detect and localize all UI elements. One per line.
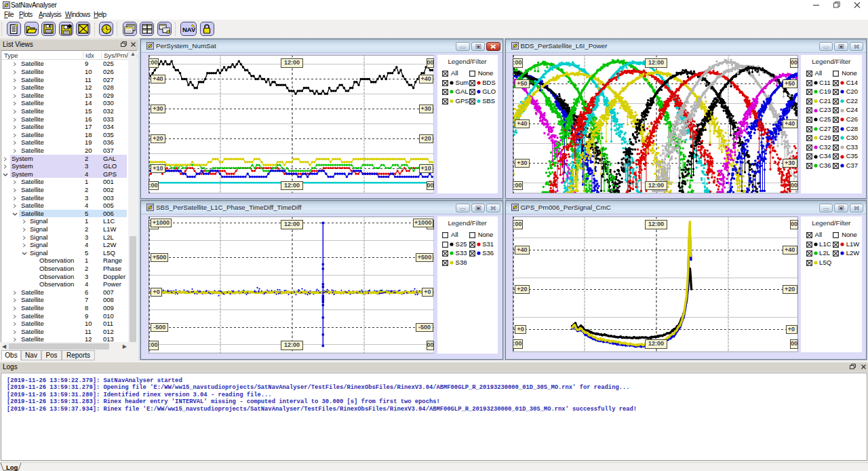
svg-text:Log: Log xyxy=(6,464,18,471)
